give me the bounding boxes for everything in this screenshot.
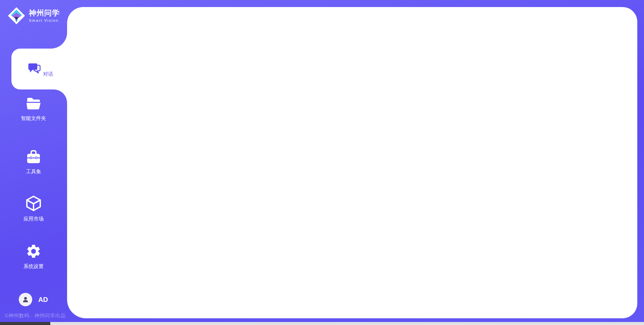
main-panel xyxy=(67,7,637,318)
brand-diamond-icon xyxy=(7,7,25,25)
person-icon xyxy=(21,296,30,304)
cube-icon xyxy=(25,195,42,212)
sidebar-item-label: 应用市场 xyxy=(0,216,67,222)
briefcase-icon xyxy=(25,149,42,165)
sidebar-item-label: 智能文件夹 xyxy=(0,115,67,122)
folder-icon xyxy=(25,96,42,111)
brand-subtitle: Smart Vision xyxy=(29,18,60,22)
sidebar-item-label: 对话 xyxy=(43,71,53,77)
brand-logo: 神州问学 Smart Vision xyxy=(7,7,60,25)
gear-icon xyxy=(25,243,42,259)
sidebar-item-label: 系统设置 xyxy=(0,263,67,270)
avatar xyxy=(19,293,32,306)
sidebar-item-toolkit[interactable]: 工具集 xyxy=(0,149,67,175)
sidebar-item-chat[interactable]: 对话 xyxy=(11,49,68,89)
sidebar-item-settings[interactable]: 系统设置 xyxy=(0,243,67,270)
chat-icon xyxy=(27,61,42,76)
copyright-footer: ©神州数码 · 神州问学出品 xyxy=(5,313,78,319)
user-profile[interactable]: AD xyxy=(19,293,48,306)
user-name: AD xyxy=(38,296,48,304)
sidebar-item-folders[interactable]: 智能文件夹 xyxy=(0,96,67,122)
brand-name: 神州问学 xyxy=(29,9,60,17)
tab-curve-top xyxy=(51,32,67,49)
sidebar-item-label: 工具集 xyxy=(0,169,67,175)
horizontal-scrollbar[interactable] xyxy=(0,322,644,325)
scrollbar-segment xyxy=(0,322,50,325)
sidebar-item-market[interactable]: 应用市场 xyxy=(0,195,67,222)
